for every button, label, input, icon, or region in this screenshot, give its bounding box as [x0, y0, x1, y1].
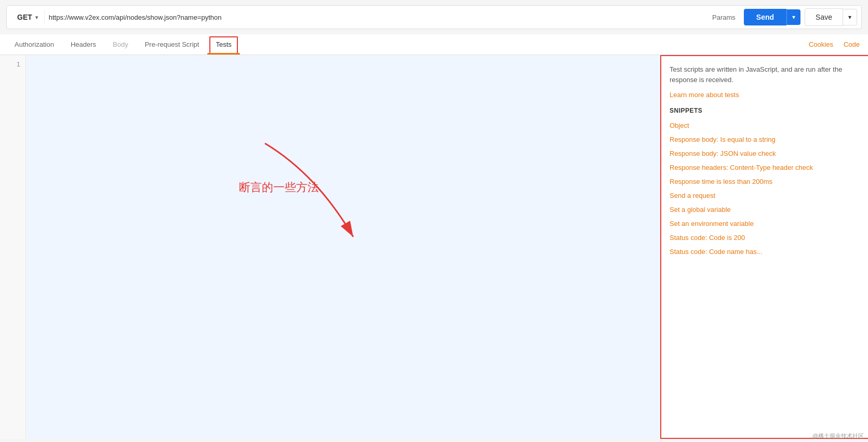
snippet-response-headers-content-type[interactable]: Response headers: Content-Type header ch…	[670, 160, 860, 175]
line-number-1: 1	[0, 59, 25, 70]
cookies-link[interactable]: Cookies	[807, 34, 835, 55]
main-content: 1 断言的一些方法 › Test scripts are written in …	[0, 55, 868, 439]
code-link[interactable]: Code	[842, 34, 862, 55]
snippets-section-title: SNIPPETS	[670, 107, 860, 114]
method-chevron-icon: ▾	[35, 15, 38, 20]
tab-headers[interactable]: Headers	[62, 34, 104, 55]
right-panel: › Test scripts are written in JavaScript…	[660, 55, 868, 439]
snippet-status-code-200[interactable]: Status code: Code is 200	[670, 231, 860, 245]
panel-description: Test scripts are written in JavaScript, …	[670, 64, 860, 85]
tab-body[interactable]: Body	[104, 34, 137, 55]
tabs-bar: Authorization Headers Body Pre-request S…	[0, 34, 868, 55]
tab-pre-request-script[interactable]: Pre-request Script	[137, 34, 208, 55]
snippet-set-global-variable[interactable]: Set a global variable	[670, 203, 860, 217]
send-dropdown-button[interactable]: ▾	[786, 9, 800, 25]
save-button-group: Save ▾	[805, 8, 857, 26]
url-bar: GET ▾ Params Send ▾ Save ▾	[6, 5, 862, 29]
save-button[interactable]: Save	[805, 8, 843, 26]
send-button[interactable]: Send	[744, 9, 786, 25]
url-input[interactable]	[49, 14, 704, 21]
editor-body[interactable]	[26, 55, 660, 439]
snippet-send-a-request[interactable]: Send a request	[670, 189, 860, 203]
snippet-response-body-json-check[interactable]: Response body: JSON value check	[670, 146, 860, 160]
learn-more-link[interactable]: Learn more about tests	[670, 91, 860, 99]
snippet-response-time-less-200ms[interactable]: Response time is less than 200ms	[670, 175, 860, 189]
line-numbers: 1	[0, 55, 26, 439]
editor-area: 1	[0, 55, 660, 439]
params-button[interactable]: Params	[704, 10, 744, 24]
tab-authorization[interactable]: Authorization	[6, 34, 62, 55]
save-dropdown-button[interactable]: ▾	[843, 9, 857, 25]
method-label: GET	[17, 13, 32, 21]
method-selector[interactable]: GET ▾	[11, 10, 45, 24]
snippet-response-body-equal-string[interactable]: Response body: Is equal to a string	[670, 132, 860, 146]
snippets-list: ObjectResponse body: Is equal to a strin…	[670, 118, 860, 259]
snippet-object[interactable]: Object	[670, 118, 860, 132]
panel-collapse-button[interactable]: ›	[660, 239, 661, 256]
watermark: @稀土掘金技术社区	[812, 432, 864, 439]
send-button-group: Send ▾	[744, 9, 800, 25]
tab-tests[interactable]: Tests	[207, 34, 239, 55]
tabs-right: Cookies Code	[807, 34, 862, 55]
snippet-set-environment-variable[interactable]: Set an environment variable	[670, 217, 860, 231]
snippet-status-code-name-has[interactable]: Status code: Code name has...	[670, 245, 860, 259]
